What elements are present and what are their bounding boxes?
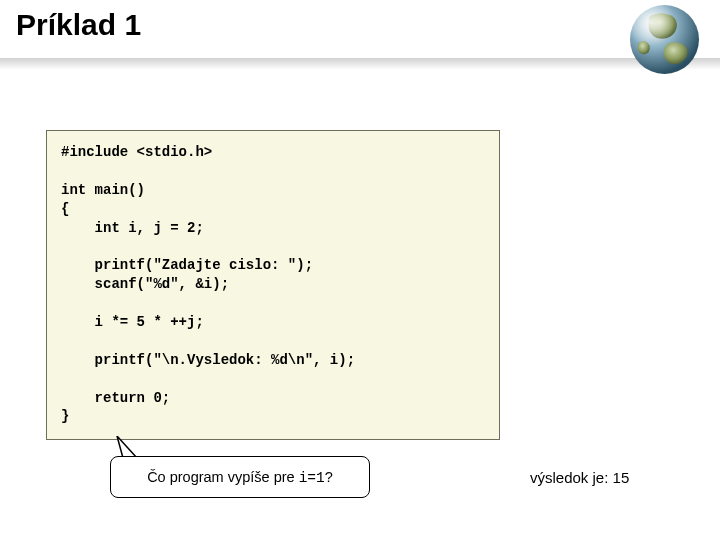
- globe-icon: [627, 2, 702, 77]
- svg-point-1: [630, 5, 699, 74]
- callout-suffix: ?: [325, 469, 333, 485]
- question-callout: Čo program vypíše pre i=1?: [110, 456, 370, 498]
- title-bar: Príklad 1: [0, 0, 720, 70]
- callout-mono: i=1: [299, 470, 325, 486]
- code-block: #include <stdio.h> int main() { int i, j…: [46, 130, 500, 440]
- svg-marker-2: [117, 436, 137, 458]
- answer-text: výsledok je: 15: [530, 469, 629, 486]
- title-shadow: [0, 58, 720, 70]
- slide-title: Príklad 1: [16, 8, 704, 42]
- callout-prefix: Čo program vypíše pre: [147, 469, 299, 485]
